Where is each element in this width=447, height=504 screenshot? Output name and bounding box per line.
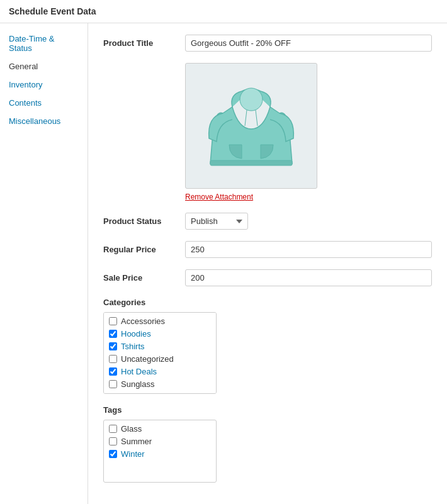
category-tshirts: Tshirts: [109, 342, 211, 351]
cat-uncategorized-label[interactable]: Uncategorized: [121, 354, 174, 364]
svg-point-0: [240, 88, 263, 111]
product-title-input[interactable]: [185, 35, 432, 52]
cat-accessories-label[interactable]: Accessories: [121, 316, 165, 326]
categories-label: Categories: [103, 298, 432, 307]
svg-line-1: [245, 110, 247, 126]
panel-title: Schedule Event Data: [9, 6, 96, 16]
main-container: Schedule Event Data Date-Time & Status G…: [0, 0, 447, 504]
tag-winter-checkbox[interactable]: [109, 450, 117, 458]
product-image-row: Remove Attachment: [103, 63, 432, 201]
cat-accessories-checkbox[interactable]: [109, 317, 117, 325]
sidebar-item-general[interactable]: General: [0, 57, 88, 76]
image-col: Remove Attachment: [185, 63, 317, 201]
cat-hotdeals-label[interactable]: Hot Deals: [121, 367, 157, 376]
tag-winter: Winter: [109, 449, 211, 459]
tag-glass-checkbox[interactable]: [109, 425, 117, 433]
panel-body: Date-Time & Status General Inventory Con…: [0, 23, 447, 504]
tag-glass-label[interactable]: Glass: [121, 424, 142, 434]
category-accessories: Accessories: [109, 316, 211, 326]
sale-price-label: Sale Price: [103, 269, 185, 283]
sidebar-item-inventory[interactable]: Inventory: [0, 76, 88, 94]
category-sunglass: Sunglass: [109, 379, 211, 389]
sale-price-input[interactable]: [185, 269, 432, 286]
tags-label: Tags: [103, 405, 432, 415]
product-status-control: Publish Draft Private: [185, 213, 432, 230]
product-title-label: Product Title: [103, 35, 185, 48]
cat-hoodies-checkbox[interactable]: [109, 330, 117, 338]
product-status-label: Product Status: [103, 213, 185, 226]
tags-list[interactable]: Glass Summer Winter: [103, 420, 217, 483]
tag-summer: Summer: [109, 437, 211, 446]
product-status-select[interactable]: Publish Draft Private: [185, 213, 248, 230]
remove-attachment-link[interactable]: Remove Attachment: [185, 193, 253, 201]
categories-section: Categories Accessories Hoodies Tshirts: [103, 298, 432, 394]
svg-rect-3: [210, 160, 292, 165]
main-content: Product Title: [88, 23, 447, 504]
category-hoodies: Hoodies: [109, 329, 211, 339]
tag-glass: Glass: [109, 424, 211, 434]
cat-hotdeals-checkbox[interactable]: [109, 367, 117, 376]
sidebar-item-miscellaneous[interactable]: Miscellaneous: [0, 112, 88, 130]
regular-price-control: [185, 241, 432, 258]
categories-list[interactable]: Accessories Hoodies Tshirts Uncategorize…: [103, 312, 217, 394]
product-title-control: [185, 35, 432, 52]
tags-section: Tags Glass Summer Winter: [103, 405, 432, 483]
product-title-row: Product Title: [103, 35, 432, 52]
tag-winter-label[interactable]: Winter: [121, 449, 145, 459]
regular-price-input[interactable]: [185, 241, 432, 258]
tag-summer-checkbox[interactable]: [109, 437, 117, 445]
regular-price-row: Regular Price: [103, 241, 432, 258]
product-status-row: Product Status Publish Draft Private: [103, 213, 432, 230]
regular-price-label: Regular Price: [103, 241, 185, 254]
sidebar: Date-Time & Status General Inventory Con…: [0, 23, 88, 504]
sidebar-item-contents[interactable]: Contents: [0, 94, 88, 112]
sale-price-control: [185, 269, 432, 286]
category-hot-deals: Hot Deals: [109, 367, 211, 376]
cat-uncategorized-checkbox[interactable]: [109, 355, 117, 363]
cat-tshirts-checkbox[interactable]: [109, 342, 117, 350]
cat-hoodies-label[interactable]: Hoodies: [121, 329, 151, 339]
tag-summer-label[interactable]: Summer: [121, 437, 152, 446]
cat-tshirts-label[interactable]: Tshirts: [121, 342, 145, 351]
cat-sunglass-checkbox[interactable]: [109, 380, 117, 388]
hoodie-image: [204, 76, 298, 176]
panel-header: Schedule Event Data: [0, 0, 447, 23]
product-image-box[interactable]: [185, 63, 317, 189]
svg-line-2: [256, 110, 257, 126]
sale-price-row: Sale Price: [103, 269, 432, 286]
cat-sunglass-label[interactable]: Sunglass: [121, 379, 154, 389]
sidebar-item-date-time-status[interactable]: Date-Time & Status: [0, 30, 88, 57]
category-uncategorized: Uncategorized: [109, 354, 211, 364]
product-image-label: [103, 63, 185, 67]
